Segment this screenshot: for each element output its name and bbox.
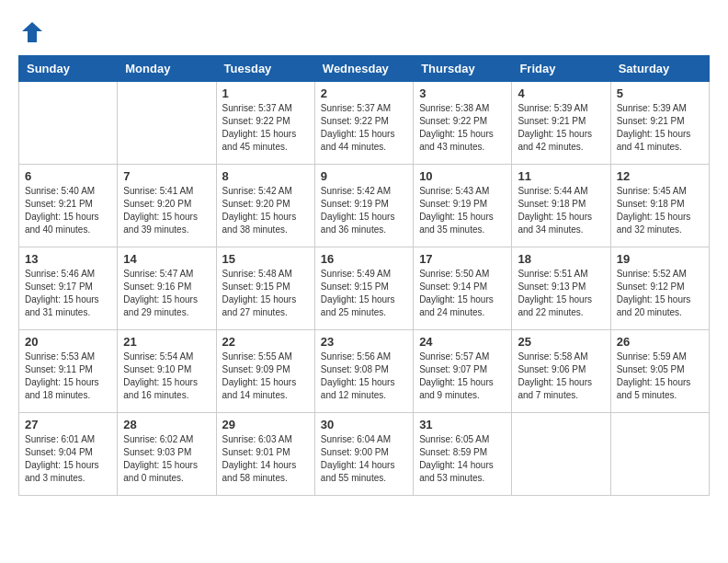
- day-info: Sunrise: 5:49 AM Sunset: 9:15 PM Dayligh…: [321, 268, 407, 319]
- day-number: 6: [25, 169, 111, 183]
- day-info: Sunrise: 5:37 AM Sunset: 9:22 PM Dayligh…: [321, 102, 407, 154]
- day-number: 2: [321, 86, 407, 100]
- calendar-cell: [610, 413, 709, 496]
- calendar-cell: [118, 82, 216, 165]
- day-number: 12: [617, 169, 703, 183]
- calendar-cell: 7Sunrise: 5:41 AM Sunset: 9:20 PM Daylig…: [118, 165, 216, 247]
- day-of-week-header: Tuesday: [216, 56, 314, 82]
- day-number: 16: [321, 252, 407, 266]
- day-number: 8: [222, 169, 309, 183]
- day-number: 24: [419, 335, 506, 349]
- day-number: 26: [617, 335, 703, 349]
- calendar-cell: 1Sunrise: 5:37 AM Sunset: 9:22 PM Daylig…: [216, 82, 314, 165]
- calendar-cell: 5Sunrise: 5:39 AM Sunset: 9:21 PM Daylig…: [610, 82, 709, 165]
- day-number: 9: [321, 169, 407, 183]
- page-header: [18, 18, 710, 46]
- calendar-cell: 4Sunrise: 5:39 AM Sunset: 9:21 PM Daylig…: [512, 82, 610, 165]
- day-info: Sunrise: 6:03 AM Sunset: 9:01 PM Dayligh…: [222, 433, 309, 485]
- day-number: 7: [123, 169, 210, 183]
- calendar-cell: 2Sunrise: 5:37 AM Sunset: 9:22 PM Daylig…: [314, 82, 413, 165]
- day-of-week-header: Friday: [512, 56, 610, 82]
- calendar-cell: 12Sunrise: 5:45 AM Sunset: 9:18 PM Dayli…: [610, 165, 709, 247]
- day-info: Sunrise: 5:41 AM Sunset: 9:20 PM Dayligh…: [123, 185, 210, 236]
- day-number: 15: [222, 252, 309, 266]
- day-number: 4: [518, 86, 604, 100]
- calendar-week-row: 20Sunrise: 5:53 AM Sunset: 9:11 PM Dayli…: [19, 330, 710, 413]
- calendar-week-row: 27Sunrise: 6:01 AM Sunset: 9:04 PM Dayli…: [19, 413, 710, 496]
- calendar-cell: 14Sunrise: 5:47 AM Sunset: 9:16 PM Dayli…: [118, 247, 216, 330]
- svg-marker-0: [22, 22, 42, 42]
- calendar-cell: [19, 82, 118, 165]
- day-of-week-header: Wednesday: [314, 56, 413, 82]
- day-info: Sunrise: 5:58 AM Sunset: 9:06 PM Dayligh…: [518, 350, 604, 402]
- day-number: 25: [518, 335, 604, 349]
- day-info: Sunrise: 5:42 AM Sunset: 9:19 PM Dayligh…: [321, 185, 407, 236]
- day-info: Sunrise: 5:39 AM Sunset: 9:21 PM Dayligh…: [518, 102, 604, 154]
- day-info: Sunrise: 5:42 AM Sunset: 9:20 PM Dayligh…: [222, 185, 309, 236]
- day-number: 5: [617, 86, 703, 100]
- logo: [18, 18, 50, 46]
- day-number: 14: [123, 252, 210, 266]
- calendar-cell: 21Sunrise: 5:54 AM Sunset: 9:10 PM Dayli…: [118, 330, 216, 413]
- day-number: 19: [617, 252, 703, 266]
- day-info: Sunrise: 5:54 AM Sunset: 9:10 PM Dayligh…: [123, 350, 210, 402]
- day-number: 11: [518, 169, 604, 183]
- day-info: Sunrise: 6:01 AM Sunset: 9:04 PM Dayligh…: [25, 433, 111, 485]
- day-info: Sunrise: 5:47 AM Sunset: 9:16 PM Dayligh…: [123, 268, 210, 319]
- calendar-cell: 29Sunrise: 6:03 AM Sunset: 9:01 PM Dayli…: [216, 413, 314, 496]
- day-info: Sunrise: 5:45 AM Sunset: 9:18 PM Dayligh…: [617, 185, 703, 236]
- day-info: Sunrise: 5:56 AM Sunset: 9:08 PM Dayligh…: [321, 350, 407, 402]
- calendar-week-row: 6Sunrise: 5:40 AM Sunset: 9:21 PM Daylig…: [19, 165, 710, 247]
- day-number: 13: [25, 252, 111, 266]
- day-info: Sunrise: 6:04 AM Sunset: 9:00 PM Dayligh…: [321, 433, 407, 485]
- day-of-week-header: Saturday: [610, 56, 709, 82]
- day-info: Sunrise: 5:48 AM Sunset: 9:15 PM Dayligh…: [222, 268, 309, 319]
- day-number: 30: [321, 418, 407, 431]
- day-number: 10: [419, 169, 506, 183]
- calendar-cell: 28Sunrise: 6:02 AM Sunset: 9:03 PM Dayli…: [118, 413, 216, 496]
- day-info: Sunrise: 6:05 AM Sunset: 8:59 PM Dayligh…: [419, 433, 506, 485]
- logo-icon: [18, 18, 46, 46]
- calendar-cell: 6Sunrise: 5:40 AM Sunset: 9:21 PM Daylig…: [19, 165, 118, 247]
- day-info: Sunrise: 5:50 AM Sunset: 9:14 PM Dayligh…: [419, 268, 506, 319]
- day-info: Sunrise: 5:59 AM Sunset: 9:05 PM Dayligh…: [617, 350, 703, 402]
- calendar-cell: 26Sunrise: 5:59 AM Sunset: 9:05 PM Dayli…: [610, 330, 709, 413]
- calendar-cell: [512, 413, 610, 496]
- day-of-week-header: Sunday: [19, 56, 118, 82]
- day-of-week-header: Monday: [118, 56, 216, 82]
- calendar-table: SundayMondayTuesdayWednesdayThursdayFrid…: [18, 55, 710, 496]
- calendar-week-row: 1Sunrise: 5:37 AM Sunset: 9:22 PM Daylig…: [19, 82, 710, 165]
- day-info: Sunrise: 5:55 AM Sunset: 9:09 PM Dayligh…: [222, 350, 309, 402]
- calendar-cell: 8Sunrise: 5:42 AM Sunset: 9:20 PM Daylig…: [216, 165, 314, 247]
- calendar-cell: 11Sunrise: 5:44 AM Sunset: 9:18 PM Dayli…: [512, 165, 610, 247]
- day-number: 1: [222, 86, 309, 100]
- calendar-cell: 25Sunrise: 5:58 AM Sunset: 9:06 PM Dayli…: [512, 330, 610, 413]
- day-number: 22: [222, 335, 309, 349]
- day-number: 17: [419, 252, 506, 266]
- day-info: Sunrise: 5:53 AM Sunset: 9:11 PM Dayligh…: [25, 350, 111, 402]
- day-info: Sunrise: 5:40 AM Sunset: 9:21 PM Dayligh…: [25, 185, 111, 236]
- calendar-cell: 20Sunrise: 5:53 AM Sunset: 9:11 PM Dayli…: [19, 330, 118, 413]
- calendar-cell: 30Sunrise: 6:04 AM Sunset: 9:00 PM Dayli…: [314, 413, 413, 496]
- day-number: 27: [25, 418, 111, 431]
- calendar-cell: 22Sunrise: 5:55 AM Sunset: 9:09 PM Dayli…: [216, 330, 314, 413]
- day-info: Sunrise: 5:37 AM Sunset: 9:22 PM Dayligh…: [222, 102, 309, 154]
- day-number: 18: [518, 252, 604, 266]
- day-info: Sunrise: 5:38 AM Sunset: 9:22 PM Dayligh…: [419, 102, 506, 154]
- calendar-week-row: 13Sunrise: 5:46 AM Sunset: 9:17 PM Dayli…: [19, 247, 710, 330]
- day-info: Sunrise: 5:51 AM Sunset: 9:13 PM Dayligh…: [518, 268, 604, 319]
- day-info: Sunrise: 5:43 AM Sunset: 9:19 PM Dayligh…: [419, 185, 506, 236]
- day-number: 23: [321, 335, 407, 349]
- day-number: 3: [419, 86, 506, 100]
- calendar-cell: 19Sunrise: 5:52 AM Sunset: 9:12 PM Dayli…: [610, 247, 709, 330]
- calendar-cell: 23Sunrise: 5:56 AM Sunset: 9:08 PM Dayli…: [314, 330, 413, 413]
- calendar-cell: 27Sunrise: 6:01 AM Sunset: 9:04 PM Dayli…: [19, 413, 118, 496]
- calendar-cell: 18Sunrise: 5:51 AM Sunset: 9:13 PM Dayli…: [512, 247, 610, 330]
- day-info: Sunrise: 5:44 AM Sunset: 9:18 PM Dayligh…: [518, 185, 604, 236]
- calendar-header-row: SundayMondayTuesdayWednesdayThursdayFrid…: [19, 56, 710, 82]
- day-info: Sunrise: 5:52 AM Sunset: 9:12 PM Dayligh…: [617, 268, 703, 319]
- day-number: 20: [25, 335, 111, 349]
- calendar-cell: 24Sunrise: 5:57 AM Sunset: 9:07 PM Dayli…: [414, 330, 512, 413]
- day-info: Sunrise: 6:02 AM Sunset: 9:03 PM Dayligh…: [123, 433, 210, 485]
- day-info: Sunrise: 5:46 AM Sunset: 9:17 PM Dayligh…: [25, 268, 111, 319]
